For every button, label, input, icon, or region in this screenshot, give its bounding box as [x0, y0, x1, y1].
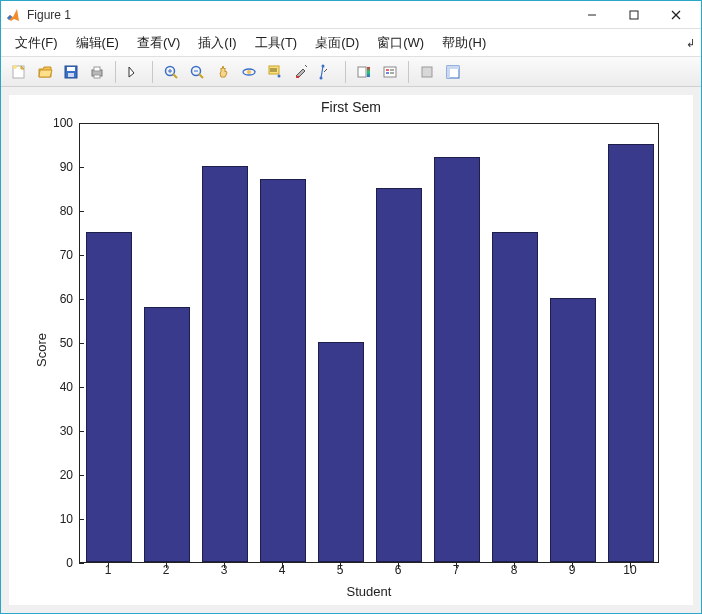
y-tick-mark — [79, 167, 84, 168]
toolbar-separator — [115, 61, 116, 83]
bar — [202, 166, 248, 562]
svg-rect-36 — [422, 67, 432, 77]
svg-rect-22 — [269, 66, 279, 74]
y-tick-label: 10 — [43, 512, 73, 526]
window-title: Figure 1 — [27, 8, 571, 22]
minimize-button[interactable] — [571, 1, 613, 29]
x-tick-mark — [630, 563, 631, 568]
y-tick-mark — [79, 563, 84, 564]
edit-plot-button[interactable] — [122, 60, 146, 84]
x-tick-mark — [108, 563, 109, 568]
bar — [86, 232, 132, 562]
toolbar-separator — [408, 61, 409, 83]
y-tick-label: 0 — [43, 556, 73, 570]
pan-button[interactable] — [211, 60, 235, 84]
svg-rect-39 — [447, 66, 459, 69]
bar — [376, 188, 422, 562]
x-tick-mark — [340, 563, 341, 568]
svg-point-28 — [320, 76, 323, 79]
bar — [492, 232, 538, 562]
y-tick-mark — [79, 343, 84, 344]
dock-arrow-icon[interactable]: ↲ — [686, 37, 695, 50]
svg-rect-29 — [358, 67, 366, 77]
hide-plot-tools-button[interactable] — [415, 60, 439, 84]
brush-button[interactable] — [289, 60, 313, 84]
menu-insert[interactable]: 插入(I) — [190, 30, 244, 56]
bar — [608, 144, 654, 562]
x-tick-mark — [166, 563, 167, 568]
menu-help[interactable]: 帮助(H) — [434, 30, 494, 56]
x-tick-mark — [224, 563, 225, 568]
svg-rect-9 — [68, 73, 74, 77]
svg-line-18 — [199, 74, 203, 78]
menubar: 文件(F) 编辑(E) 查看(V) 插入(I) 工具(T) 桌面(D) 窗口(W… — [1, 29, 701, 57]
y-tick-label: 50 — [43, 336, 73, 350]
svg-rect-1 — [630, 11, 638, 19]
print-button[interactable] — [85, 60, 109, 84]
y-tick-mark — [79, 519, 84, 520]
y-tick-label: 20 — [43, 468, 73, 482]
y-tick-mark — [79, 123, 84, 124]
x-tick-mark — [398, 563, 399, 568]
svg-rect-11 — [94, 67, 100, 71]
menu-edit[interactable]: 编辑(E) — [68, 30, 127, 56]
close-button[interactable] — [655, 1, 697, 29]
plot-box — [79, 123, 659, 563]
y-tick-mark — [79, 475, 84, 476]
menu-tools[interactable]: 工具(T) — [247, 30, 306, 56]
rotate-3d-button[interactable] — [237, 60, 261, 84]
x-tick-mark — [572, 563, 573, 568]
svg-line-14 — [173, 74, 177, 78]
figure-area: First Sem Score Student 0102030405060708… — [1, 87, 701, 613]
bar — [260, 179, 306, 562]
x-tick-mark — [514, 563, 515, 568]
y-tick-label: 40 — [43, 380, 73, 394]
menu-file[interactable]: 文件(F) — [7, 30, 66, 56]
bar — [434, 157, 480, 562]
axes[interactable]: First Sem Score Student 0102030405060708… — [9, 95, 693, 605]
maximize-button[interactable] — [613, 1, 655, 29]
insert-colorbar-button[interactable] — [352, 60, 376, 84]
y-tick-label: 30 — [43, 424, 73, 438]
insert-legend-button[interactable] — [378, 60, 402, 84]
y-tick-mark — [79, 255, 84, 256]
y-tick-label: 90 — [43, 160, 73, 174]
y-tick-label: 100 — [43, 116, 73, 130]
x-tick-mark — [456, 563, 457, 568]
show-plot-tools-button[interactable] — [441, 60, 465, 84]
bar — [144, 307, 190, 562]
figure-window: Figure 1 文件(F) 编辑(E) 查看(V) 插入(I) 工具(T) 桌… — [0, 0, 702, 614]
y-tick-mark — [79, 387, 84, 388]
link-button[interactable] — [315, 60, 339, 84]
open-button[interactable] — [33, 60, 57, 84]
bar — [550, 298, 596, 562]
svg-rect-30 — [367, 67, 370, 77]
y-tick-label: 70 — [43, 248, 73, 262]
y-tick-mark — [79, 299, 84, 300]
toolbar-separator — [152, 61, 153, 83]
svg-rect-12 — [94, 75, 100, 78]
bar — [318, 342, 364, 562]
svg-point-25 — [278, 74, 281, 77]
y-tick-mark — [79, 431, 84, 432]
menu-window[interactable]: 窗口(W) — [369, 30, 432, 56]
svg-point-27 — [322, 64, 325, 67]
x-tick-mark — [282, 563, 283, 568]
svg-rect-26 — [296, 76, 299, 78]
y-tick-mark — [79, 211, 84, 212]
matlab-icon — [5, 7, 21, 23]
svg-point-21 — [247, 70, 251, 74]
save-button[interactable] — [59, 60, 83, 84]
toolbar — [1, 57, 701, 87]
new-figure-button[interactable] — [7, 60, 31, 84]
zoom-out-button[interactable] — [185, 60, 209, 84]
data-cursor-button[interactable] — [263, 60, 287, 84]
titlebar: Figure 1 — [1, 1, 701, 29]
zoom-in-button[interactable] — [159, 60, 183, 84]
toolbar-separator — [345, 61, 346, 83]
svg-point-6 — [13, 65, 17, 69]
menu-view[interactable]: 查看(V) — [129, 30, 188, 56]
menu-desktop[interactable]: 桌面(D) — [307, 30, 367, 56]
x-axis-label: Student — [79, 584, 659, 599]
svg-rect-8 — [67, 67, 75, 71]
